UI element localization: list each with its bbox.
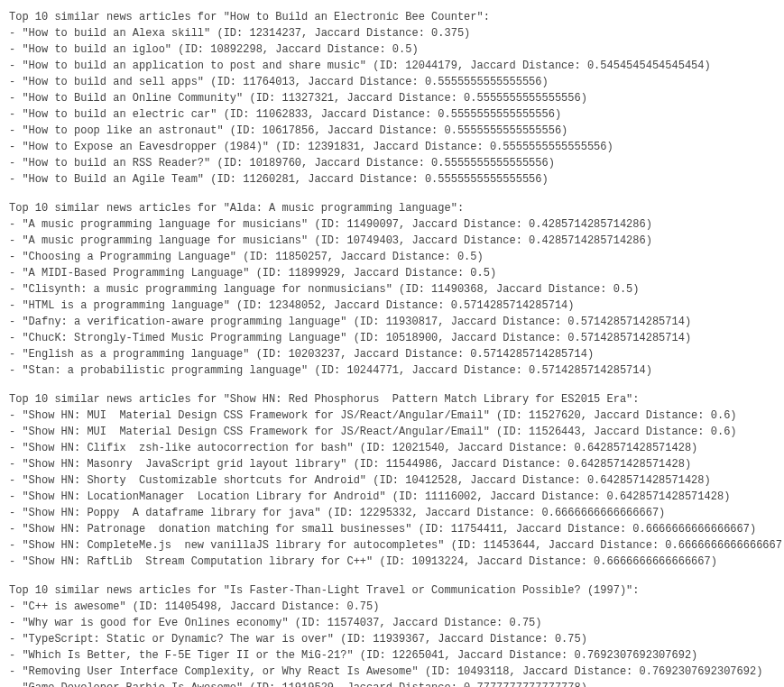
output-text: Top 10 similar news articles for "How to… xyxy=(9,9,775,687)
result-item: - "HTML is a programming language" (ID: … xyxy=(9,298,775,314)
result-item: - "How to build an application to post a… xyxy=(9,58,775,74)
result-item: - "TypeScript: Static or Dynamic? The wa… xyxy=(9,631,775,647)
result-item: - "ChucK: Strongly-Timed Music Programmi… xyxy=(9,330,775,346)
result-item: - "Show HN: Clifix zsh-like autocorrecti… xyxy=(9,440,775,456)
result-item: - "How to build an igloo" (ID: 10892298,… xyxy=(9,41,775,58)
result-item: - "Clisynth: a music programming languag… xyxy=(9,281,775,298)
result-item: - "Which Is Better, the F-5E Tiger II or… xyxy=(9,647,775,664)
result-group: Top 10 similar news articles for "Alda: … xyxy=(9,200,775,379)
result-item: - "Show HN: RaftLib Stream Computation l… xyxy=(9,554,775,570)
result-item: - "Show HN: Masonry JavaScript grid layo… xyxy=(9,456,775,472)
result-item: - "How to poop like an astronaut" (ID: 1… xyxy=(9,123,775,139)
result-item: - "Show HN: Poppy A dataframe library fo… xyxy=(9,505,775,521)
result-item: - "How to Build an Online Community" (ID… xyxy=(9,90,775,106)
group-header: Top 10 similar news articles for "Show H… xyxy=(9,391,775,408)
result-item: - "Choosing a Programming Language" (ID:… xyxy=(9,249,775,265)
result-group: Top 10 similar news articles for "Is Fas… xyxy=(9,582,775,687)
result-item: - "Show HN: CompleteMe.js new vanillaJS … xyxy=(9,537,775,554)
result-item: - "How to Build an Agile Team" (ID: 1126… xyxy=(9,171,775,188)
result-item: - "English as a programming language" (I… xyxy=(9,346,775,362)
result-item: - "How to build an RSS Reader?" (ID: 101… xyxy=(9,155,775,171)
result-item: - "Show HN: LocationManager Location Lib… xyxy=(9,489,775,505)
group-header: Top 10 similar news articles for "Alda: … xyxy=(9,200,775,216)
result-item: - "A music programming language for musi… xyxy=(9,216,775,233)
result-group: Top 10 similar news articles for "How to… xyxy=(9,9,775,188)
result-item: - "Show HN: MUI Material Design CSS Fram… xyxy=(9,424,775,440)
result-item: - "Dafny: a verification-aware programmi… xyxy=(9,314,775,330)
result-group: Top 10 similar news articles for "Show H… xyxy=(9,391,775,570)
result-item: - "How to build an Alexa skill" (ID: 123… xyxy=(9,25,775,41)
result-item: - "A music programming language for musi… xyxy=(9,233,775,249)
result-item: - "How to build and sell apps" (ID: 1176… xyxy=(9,74,775,90)
result-item: - "How to build an electric car" (ID: 11… xyxy=(9,106,775,123)
group-header: Top 10 similar news articles for "Is Fas… xyxy=(9,582,775,599)
result-item: - "Stan: a probabilistic programming lan… xyxy=(9,362,775,379)
group-header: Top 10 similar news articles for "How to… xyxy=(9,9,775,25)
result-item: - "A MIDI-Based Programming Language" (I… xyxy=(9,265,775,281)
result-item: - "Show HN: MUI Material Design CSS Fram… xyxy=(9,408,775,424)
result-item: - "Show HN: Patronage donation matching … xyxy=(9,521,775,537)
result-item: - "How to Expose an Eavesdropper (1984)"… xyxy=(9,139,775,155)
result-item: - "Why war is good for Eve Onlines econo… xyxy=(9,615,775,631)
result-item: - "Show HN: Shorty Customizable shortcut… xyxy=(9,472,775,489)
result-item: - "Game Developer Barbie Is Awesome" (ID… xyxy=(9,680,775,687)
result-item: - "Removing User Interface Complexity, o… xyxy=(9,664,775,680)
result-item: - "C++ is awesome" (ID: 11405498, Jaccar… xyxy=(9,599,775,615)
